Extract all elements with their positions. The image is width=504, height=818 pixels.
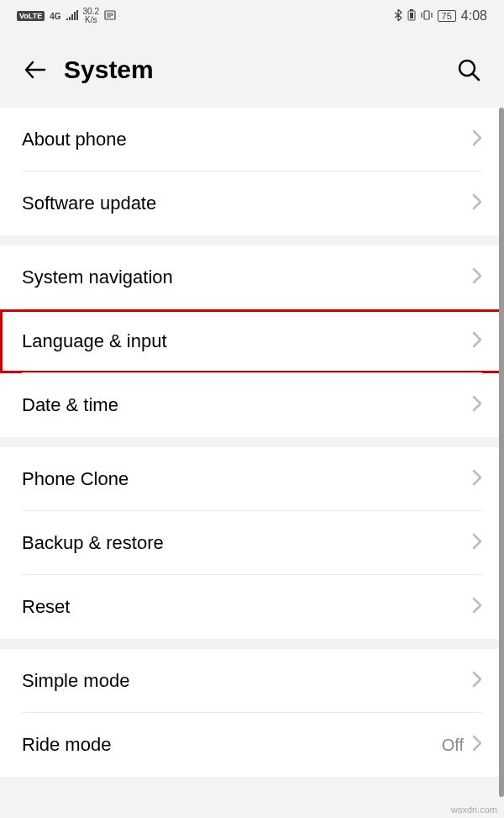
chevron-right-icon [472,469,482,489]
settings-section: About phoneSoftware update [0,108,504,235]
item-label: Date & time [22,394,472,416]
header: System [0,32,504,108]
list-item-date-time[interactable]: Date & time [0,373,504,437]
svg-rect-7 [424,11,429,19]
clock: 4:08 [461,8,487,24]
settings-section: Phone CloneBackup & restoreReset [0,447,504,639]
status-left: VoLTE 4G 30.2 K/s [17,8,116,24]
list-item-reset[interactable]: Reset [0,575,504,639]
chevron-right-icon [472,193,482,214]
notification-icon [104,9,116,24]
list-item-phone-clone[interactable]: Phone Clone [0,447,504,511]
list-item-simple-mode[interactable]: Simple mode [0,649,504,713]
chevron-right-icon [472,267,482,288]
battery-icon [407,9,416,24]
net-speed: 30.2 K/s [83,8,99,24]
item-label: Software update [22,193,472,214]
list-item-software-update[interactable]: Software update [0,172,504,235]
chevron-right-icon [472,597,482,617]
status-right: 75 4:08 [394,8,487,24]
network-indicator: 4G [50,12,60,21]
search-button[interactable] [450,51,487,88]
item-label: About phone [22,129,472,150]
item-label: Simple mode [22,670,472,692]
chevron-right-icon [472,533,482,553]
list-item-about-phone[interactable]: About phone [0,108,504,172]
item-label: Backup & restore [22,532,472,554]
svg-line-11 [473,74,479,80]
watermark: wsxdn.com [451,805,497,815]
svg-rect-5 [410,13,413,18]
list-item-backup-restore[interactable]: Backup & restore [0,511,504,575]
settings-section: System navigationLanguage & inputDate & … [0,245,504,437]
vibrate-icon [421,9,433,24]
item-label: Language & input [22,330,472,352]
settings-content: About phoneSoftware updateSystem navigat… [0,108,504,777]
list-item-language-input[interactable]: Language & input [0,309,504,373]
chevron-right-icon [472,735,482,755]
item-value: Off [442,736,464,755]
list-item-ride-mode[interactable]: Ride modeOff [0,713,504,777]
signal-icon [66,9,78,23]
item-label: Phone Clone [22,468,472,490]
status-bar: VoLTE 4G 30.2 K/s 75 4:08 [0,0,504,32]
chevron-right-icon [472,671,482,691]
page-title: System [64,55,450,84]
bluetooth-icon [394,9,402,24]
back-button[interactable] [17,51,54,88]
arrow-left-icon [23,57,48,82]
list-item-system-navigation[interactable]: System navigation [0,245,504,309]
chevron-right-icon [472,395,482,415]
settings-section: Simple modeRide modeOff [0,649,504,777]
chevron-right-icon [472,129,482,150]
volte-badge: VoLTE [17,11,45,21]
item-label: System navigation [22,267,472,288]
item-label: Reset [22,596,472,618]
battery-percent: 75 [438,10,456,22]
item-label: Ride mode [22,734,442,756]
search-icon [456,57,481,82]
svg-rect-6 [410,9,413,11]
chevron-right-icon [472,331,482,351]
scrollbar[interactable] [499,108,504,797]
